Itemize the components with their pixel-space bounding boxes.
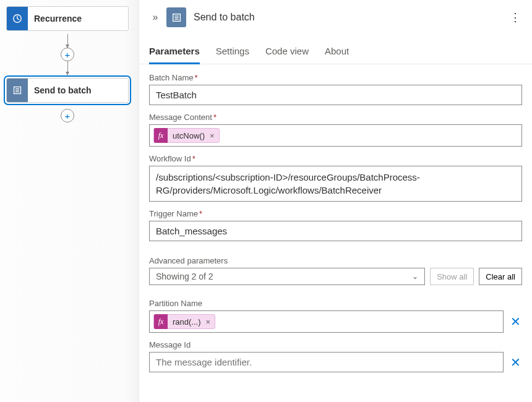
remove-token-icon[interactable]: ×	[208, 131, 219, 140]
dropdown-text: Showing 2 of 2	[156, 272, 213, 281]
batch-icon	[166, 7, 186, 27]
connector-line	[67, 61, 68, 75]
input-message-content[interactable]: fx utcNow() ×	[149, 124, 522, 147]
input-batch-name[interactable]	[149, 85, 522, 105]
input-message-id[interactable]	[149, 352, 504, 372]
plus-icon: +	[65, 50, 71, 59]
panel-title: Send to batch	[194, 12, 507, 23]
details-panel: » Send to batch ⋮ Parameters Settings Co…	[139, 0, 532, 402]
expression-token[interactable]: fx utcNow() ×	[153, 128, 220, 143]
chevron-down-icon: ⌄	[412, 272, 418, 281]
input-partition-name[interactable]: fx rand(...) ×	[149, 310, 504, 333]
node-label: Recurrence	[34, 14, 82, 24]
add-step-button[interactable]: +	[61, 109, 74, 122]
panel-header: » Send to batch ⋮	[139, 0, 532, 36]
overflow-menu-icon[interactable]: ⋮	[507, 11, 523, 24]
fx-icon: fx	[154, 314, 168, 329]
label-workflow-id: Workflow Id*	[149, 154, 522, 163]
add-step-button[interactable]: +	[61, 48, 74, 61]
tab-settings[interactable]: Settings	[216, 46, 249, 64]
tabs: Parameters Settings Code view About	[139, 36, 532, 64]
batch-icon	[7, 79, 28, 102]
token-text: rand(...)	[168, 317, 205, 327]
tab-code-view[interactable]: Code view	[265, 46, 309, 64]
expression-token[interactable]: fx rand(...) ×	[153, 314, 215, 329]
node-label: Send to batch	[34, 85, 92, 95]
advanced-parameters-dropdown[interactable]: Showing 2 of 2 ⌄	[149, 268, 425, 285]
node-send-to-batch[interactable]: Send to batch	[6, 78, 129, 103]
remove-message-id-icon[interactable]: ✕	[508, 356, 522, 369]
show-all-button[interactable]: Show all	[430, 268, 474, 285]
tab-about[interactable]: About	[325, 46, 349, 64]
label-message-content: Message Content*	[149, 113, 522, 122]
input-trigger-name[interactable]	[149, 221, 522, 241]
label-advanced-parameters: Advanced parameters	[149, 256, 522, 265]
workflow-canvas: Recurrence + Send to batch +	[0, 0, 139, 402]
parameters-form: Batch Name* Message Content* fx utcNow()…	[139, 64, 532, 381]
remove-partition-name-icon[interactable]: ✕	[508, 315, 522, 328]
label-trigger-name: Trigger Name*	[149, 209, 522, 218]
label-message-id: Message Id	[149, 340, 522, 349]
fx-icon: fx	[154, 128, 168, 143]
tab-parameters[interactable]: Parameters	[149, 46, 200, 64]
collapse-panel-icon[interactable]: »	[148, 12, 163, 23]
plus-icon: +	[65, 111, 71, 121]
token-text: utcNow()	[168, 131, 208, 140]
input-workflow-id[interactable]: /subscriptions/<subscription-ID>/resourc…	[149, 166, 522, 202]
node-recurrence[interactable]: Recurrence	[6, 6, 129, 31]
remove-token-icon[interactable]: ×	[205, 317, 215, 327]
label-batch-name: Batch Name*	[149, 73, 522, 82]
clock-icon	[7, 7, 28, 30]
clear-all-button[interactable]: Clear all	[479, 268, 522, 285]
label-partition-name: Partition Name	[149, 299, 522, 308]
connector-line	[67, 34, 68, 48]
